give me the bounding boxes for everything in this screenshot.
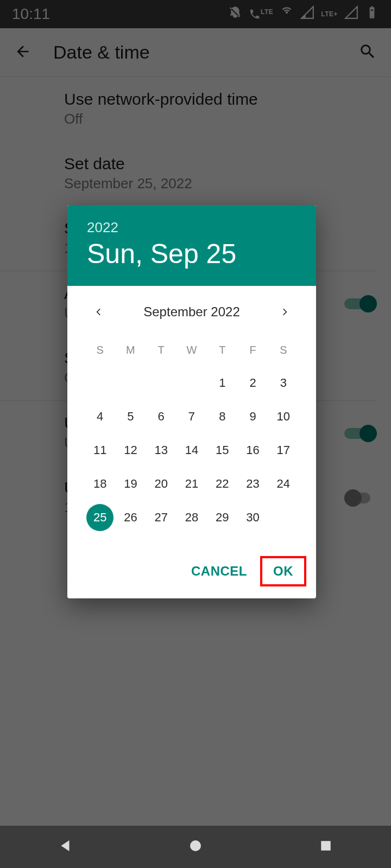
- calendar-day[interactable]: 28: [176, 501, 207, 534]
- triangle-back-icon: [57, 838, 73, 854]
- calendar-day[interactable]: 13: [146, 433, 176, 467]
- calendar-empty-cell: [115, 366, 146, 400]
- calendar-day[interactable]: 11: [85, 433, 115, 467]
- calendar-day[interactable]: 17: [268, 433, 299, 467]
- calendar-day[interactable]: 22: [207, 467, 237, 501]
- calendar-day[interactable]: 27: [146, 501, 176, 534]
- calendar-week: 252627282930: [67, 501, 316, 534]
- weekday-mo: M: [115, 338, 146, 362]
- calendar-day[interactable]: 10: [268, 400, 299, 433]
- calendar-day[interactable]: 20: [146, 467, 176, 501]
- next-month-button[interactable]: [275, 302, 294, 322]
- nav-back-button[interactable]: [57, 838, 73, 856]
- weekday-tu: T: [146, 338, 176, 362]
- calendar-day[interactable]: 26: [115, 501, 146, 534]
- weekday-fr: F: [237, 338, 268, 362]
- calendar-day[interactable]: 15: [207, 433, 237, 467]
- calendar-day[interactable]: 19: [115, 467, 146, 501]
- calendar-day[interactable]: 5: [115, 400, 146, 433]
- system-nav-bar: [0, 826, 391, 868]
- calendar-body: 1234567891011121314151617181920212223242…: [67, 366, 316, 534]
- header-year[interactable]: 2022: [87, 219, 297, 236]
- weekday-row: S M T W T F S: [67, 338, 316, 362]
- month-label: September 2022: [143, 304, 239, 320]
- calendar-day[interactable]: 8: [207, 400, 237, 433]
- calendar-week: 45678910: [67, 400, 316, 433]
- calendar-week: 123: [67, 366, 316, 400]
- circle-home-icon: [187, 838, 204, 854]
- calendar-day[interactable]: 24: [268, 467, 299, 501]
- dialog-actions: CANCEL OK: [67, 540, 316, 598]
- nav-recents-button[interactable]: [318, 838, 334, 856]
- calendar-day[interactable]: 1: [207, 366, 237, 400]
- chevron-left-icon: [93, 307, 104, 317]
- cancel-button[interactable]: CANCEL: [178, 556, 260, 586]
- calendar-day[interactable]: 30: [237, 501, 268, 534]
- weekday-th: T: [207, 338, 237, 362]
- weekday-su: S: [85, 338, 115, 362]
- calendar-day[interactable]: 6: [146, 400, 176, 433]
- calendar-day[interactable]: 4: [85, 400, 115, 433]
- calendar-day[interactable]: 3: [268, 366, 299, 400]
- ok-button[interactable]: OK: [260, 556, 306, 586]
- date-picker-dialog: 2022 Sun, Sep 25 September 2022 S M T W …: [67, 205, 316, 598]
- header-date[interactable]: Sun, Sep 25: [87, 238, 297, 270]
- calendar-day[interactable]: 9: [237, 400, 268, 433]
- calendar-day[interactable]: 14: [176, 433, 207, 467]
- calendar-empty-cell: [176, 366, 207, 400]
- dialog-header: 2022 Sun, Sep 25: [67, 205, 316, 286]
- calendar-day[interactable]: 29: [207, 501, 237, 534]
- month-navigation: September 2022: [67, 286, 316, 331]
- svg-rect-1: [321, 841, 331, 851]
- calendar-empty-cell: [268, 501, 299, 534]
- calendar-day[interactable]: 18: [85, 467, 115, 501]
- calendar-empty-cell: [146, 366, 176, 400]
- calendar-day[interactable]: 23: [237, 467, 268, 501]
- square-recents-icon: [318, 838, 334, 854]
- svg-point-0: [190, 840, 201, 851]
- prev-month-button[interactable]: [89, 302, 109, 322]
- calendar-week: 18192021222324: [67, 467, 316, 501]
- calendar-day[interactable]: 25: [85, 501, 115, 534]
- calendar-day[interactable]: 12: [115, 433, 146, 467]
- calendar-day[interactable]: 16: [237, 433, 268, 467]
- calendar-empty-cell: [85, 366, 115, 400]
- calendar-day[interactable]: 21: [176, 467, 207, 501]
- calendar-day[interactable]: 2: [237, 366, 268, 400]
- calendar-week: 11121314151617: [67, 433, 316, 467]
- weekday-sa: S: [268, 338, 299, 362]
- chevron-right-icon: [279, 307, 290, 317]
- nav-home-button[interactable]: [187, 838, 204, 856]
- weekday-we: W: [176, 338, 207, 362]
- calendar-day[interactable]: 7: [176, 400, 207, 433]
